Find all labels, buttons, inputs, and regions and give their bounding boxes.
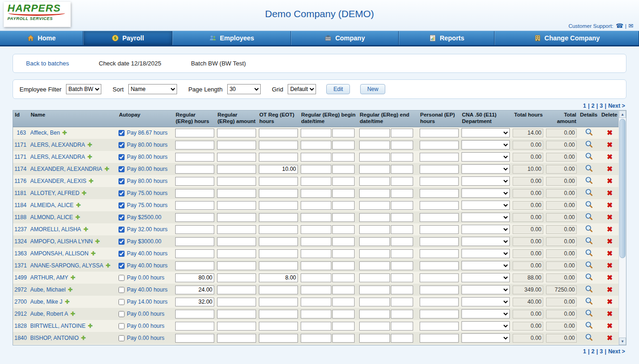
scroll-down-arrow[interactable]: ▼: [619, 338, 626, 345]
envelope-icon[interactable]: ✉: [628, 22, 633, 29]
end-date-input[interactable]: [359, 153, 390, 162]
page-link-2[interactable]: 2: [592, 348, 595, 355]
regular-hours-input[interactable]: [175, 201, 214, 210]
employee-id-link[interactable]: 1176: [14, 178, 26, 184]
employee-name-link[interactable]: ALMEIDA, ALICE: [30, 202, 73, 208]
regular-hours-input[interactable]: [175, 334, 214, 343]
begin-time-input[interactable]: [332, 165, 355, 174]
details-icon[interactable]: [585, 273, 593, 281]
begin-date-input[interactable]: [301, 310, 331, 318]
add-earning-icon[interactable]: ✚: [89, 178, 93, 184]
delete-icon[interactable]: ✖: [607, 189, 613, 197]
add-earning-icon[interactable]: ✚: [105, 166, 109, 172]
ot-hours-input[interactable]: [259, 273, 298, 282]
end-date-input[interactable]: [359, 273, 390, 282]
regular-amount-input[interactable]: [217, 189, 256, 198]
begin-time-input[interactable]: [332, 189, 355, 198]
end-time-input[interactable]: [391, 249, 413, 258]
employee-id-link[interactable]: 1324: [14, 238, 27, 245]
begin-date-input[interactable]: [301, 261, 331, 270]
department-select[interactable]: [461, 285, 510, 294]
autopay-checkbox[interactable]: [119, 130, 125, 136]
details-icon[interactable]: [585, 225, 593, 233]
end-date-input[interactable]: [359, 298, 390, 306]
employee-id-link[interactable]: 1363: [14, 250, 27, 257]
regular-amount-input[interactable]: [217, 322, 256, 331]
ot-hours-input[interactable]: [259, 225, 298, 234]
personal-hours-input[interactable]: [420, 189, 459, 198]
begin-date-input[interactable]: [301, 141, 331, 150]
personal-hours-input[interactable]: [420, 153, 459, 162]
regular-amount-input[interactable]: [217, 141, 256, 150]
employee-name-link[interactable]: ALERS, ALEXANDRA: [30, 154, 85, 160]
end-time-input[interactable]: [391, 165, 413, 174]
next-page-link[interactable]: Next >: [608, 348, 625, 355]
employee-id-link[interactable]: 1174: [14, 166, 26, 172]
page-length-select[interactable]: 30: [227, 84, 261, 94]
autopay-checkbox[interactable]: [119, 142, 125, 148]
ot-hours-input[interactable]: [259, 153, 298, 162]
add-earning-icon[interactable]: ✚: [68, 286, 72, 293]
regular-amount-input[interactable]: [217, 286, 256, 294]
grid-select[interactable]: Default: [288, 84, 316, 94]
page-link-2[interactable]: 2: [592, 103, 595, 109]
details-icon[interactable]: [585, 128, 593, 136]
autopay-checkbox[interactable]: [119, 202, 125, 208]
begin-date-input[interactable]: [301, 189, 331, 198]
end-time-input[interactable]: [391, 141, 413, 150]
page-link-3[interactable]: 3: [600, 103, 603, 109]
page-link-3[interactable]: 3: [600, 348, 603, 355]
begin-date-input[interactable]: [301, 153, 331, 162]
back-to-batches-link[interactable]: Back to batches: [26, 60, 69, 67]
end-time-input[interactable]: [391, 213, 413, 222]
employee-id-link[interactable]: 1188: [14, 214, 26, 221]
nav-tab-company[interactable]: Company: [291, 31, 399, 45]
employee-name-link[interactable]: Aube, Robert A: [30, 311, 68, 317]
delete-icon[interactable]: ✖: [607, 213, 613, 221]
autopay-checkbox[interactable]: [119, 263, 125, 269]
regular-hours-input[interactable]: [175, 189, 214, 198]
details-icon[interactable]: [585, 201, 593, 208]
employee-name-link[interactable]: AMORELLI, ALISHA: [30, 226, 81, 233]
end-date-input[interactable]: [359, 213, 390, 222]
phone-icon[interactable]: ☎: [616, 22, 623, 29]
personal-hours-input[interactable]: [420, 273, 459, 282]
ot-hours-input[interactable]: [259, 129, 298, 137]
begin-date-input[interactable]: [301, 213, 331, 222]
end-date-input[interactable]: [359, 165, 390, 174]
department-select[interactable]: [461, 237, 510, 246]
autopay-checkbox[interactable]: [119, 214, 125, 221]
vertical-scrollbar[interactable]: ▲ ▼: [619, 110, 626, 345]
ot-hours-input[interactable]: [259, 213, 298, 222]
nav-tab-employees[interactable]: Employees: [172, 31, 290, 45]
end-date-input[interactable]: [359, 334, 390, 343]
ot-hours-input[interactable]: [259, 189, 298, 198]
begin-date-input[interactable]: [301, 129, 331, 137]
autopay-checkbox[interactable]: [119, 323, 125, 329]
delete-icon[interactable]: ✖: [607, 177, 613, 185]
regular-hours-input[interactable]: [175, 310, 214, 318]
details-icon[interactable]: [585, 333, 593, 341]
end-time-input[interactable]: [391, 153, 413, 162]
regular-amount-input[interactable]: [217, 310, 256, 318]
begin-time-input[interactable]: [332, 177, 355, 186]
add-earning-icon[interactable]: ✚: [82, 190, 86, 196]
add-earning-icon[interactable]: ✚: [87, 154, 92, 160]
ot-hours-input[interactable]: [259, 322, 298, 331]
department-select[interactable]: [461, 249, 510, 258]
begin-date-input[interactable]: [301, 298, 331, 306]
regular-hours-input[interactable]: [175, 225, 214, 234]
regular-hours-input[interactable]: [175, 141, 214, 150]
department-select[interactable]: [461, 213, 510, 222]
delete-icon[interactable]: ✖: [607, 261, 613, 269]
add-earning-icon[interactable]: ✚: [76, 202, 80, 208]
details-icon[interactable]: [585, 309, 593, 317]
begin-time-input[interactable]: [332, 334, 355, 343]
regular-hours-input[interactable]: [175, 249, 214, 258]
end-date-input[interactable]: [359, 225, 390, 234]
page-link-1[interactable]: 1: [583, 103, 586, 109]
autopay-checkbox[interactable]: [119, 275, 125, 281]
begin-date-input[interactable]: [301, 165, 331, 174]
regular-amount-input[interactable]: [217, 225, 256, 234]
begin-date-input[interactable]: [301, 237, 331, 246]
